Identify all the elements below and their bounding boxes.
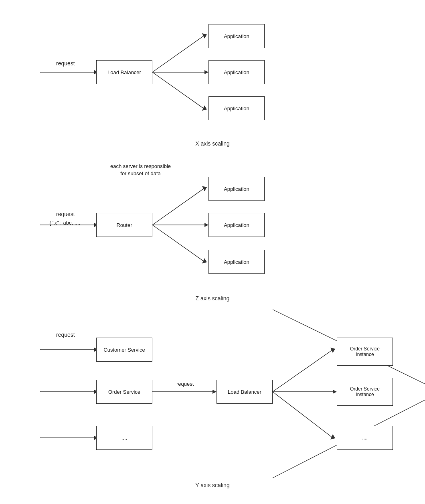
svg-line-24 (273, 350, 333, 392)
svg-marker-5 (204, 70, 208, 74)
z-request-label: request (56, 211, 75, 217)
svg-marker-27 (333, 390, 337, 394)
y-axis-section: request Customer Service Order Service .… (16, 310, 409, 478)
y-inner-request-label: request (176, 381, 194, 387)
y-dots-right: .... (337, 426, 393, 450)
svg-marker-25 (330, 348, 335, 353)
z-router-box: Router (96, 213, 152, 237)
z-note: each server is responsiblefor subset of … (110, 163, 171, 177)
x-load-balancer-box: Load Balancer (96, 60, 152, 84)
svg-marker-15 (202, 258, 207, 263)
svg-marker-3 (202, 33, 207, 38)
z-request-sub: { "x" : abc, .... (49, 220, 80, 226)
svg-line-14 (152, 225, 204, 262)
svg-marker-29 (330, 434, 335, 439)
z-app-box-1: Application (208, 177, 265, 201)
y-order-instance-2: Order ServiceInstance (337, 378, 393, 406)
y-load-balancer-box: Load Balancer (217, 380, 273, 404)
x-axis-label: X axis scaling (16, 140, 409, 147)
svg-marker-13 (204, 223, 208, 227)
x-request-label: request (56, 60, 75, 67)
y-dots-box: .... (96, 426, 152, 450)
svg-line-28 (273, 392, 333, 438)
svg-line-2 (152, 35, 204, 72)
y-request-label: request (56, 332, 75, 338)
svg-marker-23 (212, 390, 217, 394)
svg-line-10 (152, 188, 204, 225)
y-order-service-box: Order Service (96, 380, 152, 404)
x-app-box-1: Application (208, 24, 265, 48)
z-axis-label: Z axis scaling (16, 295, 409, 302)
y-order-instance-1: Order ServiceInstance (337, 338, 393, 366)
z-app-box-2: Application (208, 213, 265, 237)
y-customer-service-box: Customer Service (96, 338, 152, 362)
z-axis-section: request { "x" : abc, .... each server is… (16, 155, 409, 291)
y-axis-label: Y axis scaling (16, 482, 409, 488)
x-app-box-2: Application (208, 60, 265, 84)
svg-marker-7 (202, 105, 207, 111)
svg-line-6 (152, 72, 204, 109)
z-app-box-3: Application (208, 250, 265, 274)
x-app-box-3: Application (208, 96, 265, 120)
x-axis-section: request Load Balancer Application Applic… (16, 8, 409, 136)
svg-marker-11 (202, 186, 207, 191)
